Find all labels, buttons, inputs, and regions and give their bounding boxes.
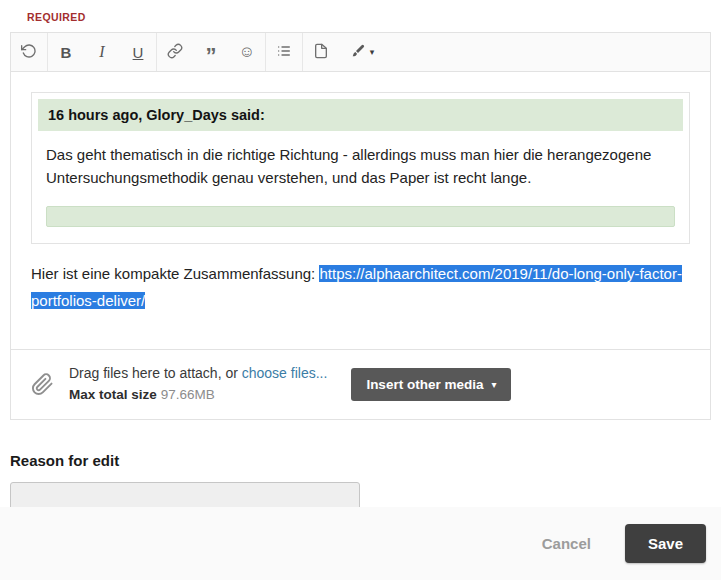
paperclip-icon — [31, 373, 54, 396]
paint-brush-icon — [350, 43, 366, 62]
file-icon — [313, 43, 329, 62]
attachment-area: Drag files here to attach, or choose fil… — [11, 349, 710, 419]
list-icon — [276, 43, 292, 62]
quote-block: 16 hours ago, Glory_Days said: Das geht … — [31, 92, 690, 244]
save-button[interactable]: Save — [625, 524, 706, 563]
max-size-label: Max total size — [69, 387, 157, 402]
undo-icon — [21, 43, 37, 62]
editor-toolbar: B I U ” ☺ — [11, 33, 710, 72]
cancel-button[interactable]: Cancel — [536, 534, 597, 553]
reason-for-edit-section: Reason for edit — [10, 452, 711, 512]
italic-button[interactable]: I — [84, 33, 120, 71]
undo-button[interactable] — [11, 33, 47, 71]
link-icon — [167, 43, 183, 62]
page-button[interactable] — [303, 33, 339, 71]
insert-media-button[interactable]: Insert other media ▾ — [351, 368, 511, 401]
editor-paragraph: Hier ist eine kompakte Zusammenfassung: … — [31, 260, 690, 316]
quote-body: Das geht thematisch in die richtige Rich… — [38, 131, 683, 192]
quote-button[interactable]: ” — [193, 33, 229, 71]
drag-files-text: Drag files here to attach, or — [69, 365, 242, 381]
bold-button[interactable]: B — [48, 33, 84, 71]
chevron-down-icon: ▾ — [491, 379, 496, 390]
emoji-button[interactable]: ☺ — [229, 33, 265, 71]
paragraph-text: Hier ist eine kompakte Zusammenfassung: — [31, 265, 319, 282]
link-button[interactable] — [157, 33, 193, 71]
reason-for-edit-label: Reason for edit — [10, 452, 711, 469]
insert-media-label: Insert other media — [366, 377, 483, 392]
format-brush-button[interactable]: ▾ — [339, 33, 385, 71]
max-size-value: 97.66MB — [161, 387, 215, 402]
choose-files-link[interactable]: choose files... — [242, 365, 328, 381]
underline-button[interactable]: U — [120, 33, 156, 71]
required-label: REQUIRED — [27, 11, 711, 23]
quote-citation: 16 hours ago, Glory_Days said: — [38, 99, 683, 131]
chevron-down-icon: ▾ — [370, 47, 375, 57]
attach-instructions: Drag files here to attach, or choose fil… — [69, 363, 327, 406]
form-footer: Cancel Save — [0, 507, 721, 580]
rich-text-editor[interactable]: 16 hours ago, Glory_Days said: Das geht … — [11, 72, 710, 329]
nested-quote-placeholder — [46, 206, 675, 227]
post-composer: B I U ” ☺ — [10, 32, 711, 420]
emoji-icon: ☺ — [239, 43, 255, 61]
list-button[interactable] — [266, 33, 302, 71]
edit-post-form: REQUIRED B I U ” ☺ — [0, 0, 721, 512]
